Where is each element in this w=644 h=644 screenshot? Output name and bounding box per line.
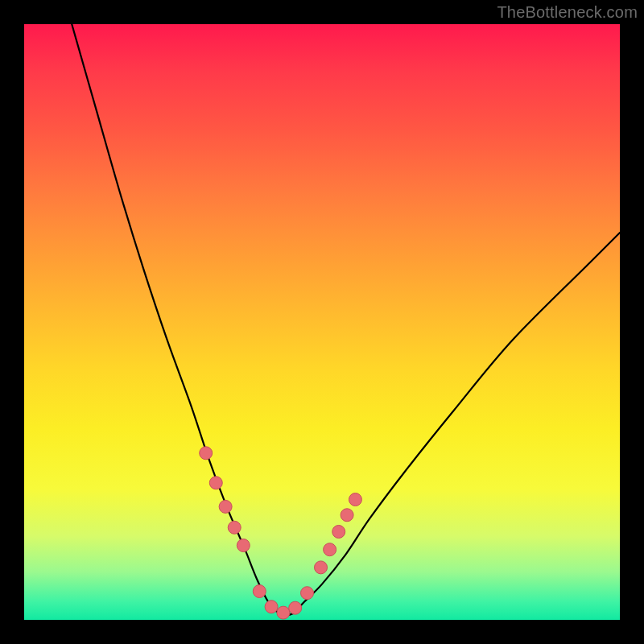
curve-marker (324, 543, 336, 556)
curve-marker (289, 601, 302, 614)
marker-group (200, 447, 362, 619)
curve-marker (219, 500, 232, 513)
curve-marker (200, 447, 213, 460)
curve-marker (341, 509, 353, 522)
curve-marker (228, 521, 241, 534)
bottleneck-curve (72, 24, 620, 615)
curve-marker (315, 561, 328, 574)
watermark-text: TheBottleneck.com (497, 3, 638, 22)
curve-marker (349, 493, 361, 506)
curve-marker (253, 584, 266, 597)
curve-marker (265, 601, 278, 613)
curve-marker (332, 525, 345, 538)
plot-area (24, 24, 620, 620)
chart-frame: TheBottleneck.com (0, 0, 644, 644)
curve-marker (301, 587, 314, 600)
curve-marker (237, 539, 250, 552)
curve-marker (209, 477, 222, 489)
curve-marker (277, 606, 290, 619)
curve-layer (24, 24, 620, 620)
